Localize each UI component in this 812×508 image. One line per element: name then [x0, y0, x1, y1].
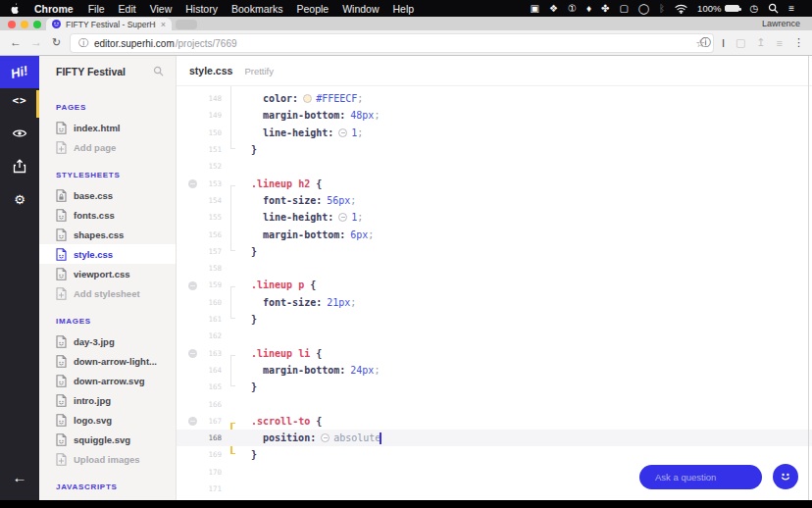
text-cursor-extension-icon[interactable]: I	[722, 37, 725, 49]
battery-indicator[interactable]: 100%	[697, 3, 739, 14]
code-line[interactable]: 154font-size:56px;	[177, 192, 812, 209]
code-line[interactable]: 162	[177, 328, 812, 344]
settings-gear-icon[interactable]: ⚙	[0, 192, 39, 207]
screen-mirroring-icon[interactable]: ▣	[531, 0, 539, 17]
info-extension-icon[interactable]: ⓘ	[700, 35, 711, 50]
code-editor-area[interactable]: 148color:#FFEECF;149margin-bottom:48px;1…	[177, 86, 812, 500]
new-tab-button[interactable]	[176, 20, 197, 29]
code-line[interactable]: 168position:absolute	[177, 430, 812, 446]
bluetooth-icon[interactable]: ᛒ	[659, 0, 665, 17]
apple-icon[interactable]	[10, 3, 20, 15]
flower-icon[interactable]: ✤	[601, 0, 609, 17]
sidebar-action-upload-images[interactable]: Upload images	[39, 449, 176, 469]
code-line[interactable]: 161}	[177, 311, 812, 328]
window-zoom-button[interactable]	[33, 21, 41, 28]
code-line[interactable]: 165}	[177, 379, 812, 395]
menu-app-name[interactable]: Chrome	[34, 3, 74, 15]
reload-button[interactable]: ↻	[52, 36, 61, 49]
menu-item-help[interactable]: Help	[393, 3, 415, 15]
code-line[interactable]: 160font-size:21px;	[177, 294, 812, 311]
onepassword-icon[interactable]: ①	[568, 0, 577, 17]
tab-close-icon[interactable]: ×	[161, 20, 166, 29]
ask-question-button[interactable]: Ask a question	[639, 465, 762, 489]
spotlight-icon[interactable]	[768, 3, 779, 14]
code-line[interactable]: 167.scroll-to {	[177, 413, 812, 430]
sidebar-file-intro-jpg[interactable]: intro.jpg	[39, 390, 176, 410]
window-extension-icon[interactable]: ▢	[736, 36, 745, 49]
value-stepper-icon[interactable]	[338, 128, 347, 137]
menu-item-file[interactable]: File	[88, 3, 105, 15]
menu-item-people[interactable]: People	[296, 3, 329, 15]
line-number: 161	[190, 315, 222, 324]
clock-icon[interactable]: ◷	[749, 0, 758, 17]
sidebar-file-style-css[interactable]: style.css	[39, 244, 176, 264]
browser-tab[interactable]: FIFTY Festival - SuperHi ×	[46, 18, 172, 30]
code-line[interactable]: 157}	[177, 243, 812, 260]
sidebar-file-fonts-css[interactable]: fonts.css	[39, 205, 176, 225]
window-icon[interactable]: ▢	[619, 0, 628, 17]
menu-item-window[interactable]: Window	[342, 3, 379, 15]
code-token: 48px	[350, 110, 374, 121]
superhi-logo[interactable]: Hi!	[0, 56, 39, 88]
sidebar-file-base-css[interactable]: base.css	[39, 185, 176, 205]
code-line[interactable]: 158	[177, 260, 812, 277]
share-extension-icon[interactable]: ↥	[756, 36, 765, 49]
code-line[interactable]: 155line-height:1;	[177, 209, 812, 226]
droplet-icon[interactable]: ♦	[586, 0, 591, 17]
rule-options-icon[interactable]	[188, 179, 197, 188]
sidebar-file-squiggle-svg[interactable]: squiggle.svg	[39, 430, 176, 449]
code-line[interactable]: 166	[177, 395, 812, 412]
sidebar-file-shapes-css[interactable]: shapes.css	[39, 225, 176, 244]
code-line[interactable]: 159.lineup p {	[177, 277, 812, 293]
color-swatch-icon[interactable]	[303, 94, 312, 103]
menu-item-history[interactable]: History	[185, 3, 218, 15]
code-line[interactable]: 152	[177, 158, 812, 175]
sidebar-file-index-html[interactable]: index.html	[39, 118, 176, 137]
exit-back-arrow-icon[interactable]: ←	[0, 469, 39, 485]
back-button[interactable]: ←	[10, 35, 22, 49]
list-extension-icon[interactable]: ≡	[777, 37, 783, 49]
value-stepper-icon[interactable]	[338, 213, 347, 222]
value-stepper-icon[interactable]	[321, 433, 330, 442]
site-info-icon[interactable]: ⓘ	[78, 36, 88, 50]
menu-item-view[interactable]: View	[150, 3, 173, 15]
sidebar-file-down-arrow-light-[interactable]: down-arrow-light...	[39, 351, 176, 371]
menu-item-edit[interactable]: Edit	[119, 3, 136, 15]
code-view-icon[interactable]: <>	[0, 94, 39, 107]
menu-item-bookmarks[interactable]: Bookmarks	[231, 3, 283, 15]
code-line[interactable]: 153.lineup h2 {	[177, 176, 812, 192]
prettify-button[interactable]: Prettify	[244, 66, 274, 76]
code-line[interactable]: 151}	[177, 141, 812, 158]
code-line[interactable]: 156margin-bottom:6px;	[177, 226, 812, 242]
rule-options-icon[interactable]	[188, 281, 197, 290]
open-file-name[interactable]: style.css	[189, 65, 232, 76]
code-line[interactable]: 149margin-bottom:48px;	[177, 107, 812, 124]
rule-options-icon[interactable]	[188, 349, 197, 358]
dropbox-icon[interactable]: ❖	[549, 0, 558, 17]
window-minimize-button[interactable]	[21, 21, 28, 28]
address-bar[interactable]: ⓘ editor.superhi.com/projects/7669 ☆	[71, 34, 713, 52]
code-line[interactable]: 164margin-bottom:24px;	[177, 362, 812, 379]
sidebar-action-add-page[interactable]: Add page	[39, 137, 176, 157]
window-close-button[interactable]	[8, 21, 16, 28]
publish-upload-icon[interactable]	[0, 159, 39, 174]
sidebar-file-viewport-css[interactable]: viewport.css	[39, 264, 176, 283]
preview-eye-icon[interactable]	[0, 127, 39, 139]
code-line[interactable]: 169}	[177, 446, 812, 463]
loop-icon[interactable]: ◯	[638, 0, 649, 17]
sidebar-file-down-arrow-svg[interactable]: down-arrow.svg	[39, 371, 176, 390]
code-line[interactable]: 148color:#FFEECF;	[177, 90, 812, 107]
sidebar-action-add-stylesheet[interactable]: Add stylesheet	[39, 283, 176, 303]
sidebar-search-icon[interactable]	[153, 66, 164, 76]
sidebar-file-logo-svg[interactable]: logo.svg	[39, 410, 176, 430]
code-line[interactable]: 150line-height:1;	[177, 125, 812, 141]
help-smiley-button[interactable]	[773, 464, 798, 489]
wifi-icon[interactable]	[675, 4, 687, 14]
sidebar-file-day-3-jpg[interactable]: day-3.jpg	[39, 331, 176, 351]
code-token: font-size:	[263, 297, 322, 308]
code-line[interactable]: 163.lineup li {	[177, 345, 812, 362]
browser-menu-icon[interactable]: ⋮	[793, 36, 804, 49]
notification-center-icon[interactable]: ≡	[788, 0, 794, 17]
browser-profile-name[interactable]: Lawrence	[762, 19, 800, 28]
line-number: 168	[190, 433, 222, 442]
